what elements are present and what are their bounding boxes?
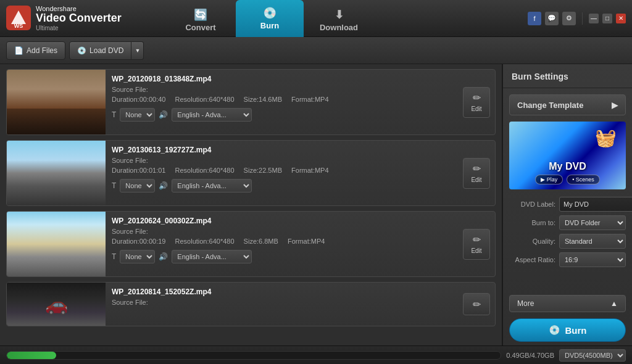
edit-button-3[interactable]: ✏ Edit	[463, 229, 490, 260]
minimize-button[interactable]: —	[589, 14, 599, 23]
edit-button-1[interactable]: ✏ Edit	[463, 87, 490, 118]
file-item: WP_20120918_013848Z.mp4 Source File: Dur…	[6, 69, 496, 135]
edit-icon-1: ✏	[473, 92, 481, 104]
file-info-4: WP_20120814_152052Z.mp4 Source File:	[106, 283, 458, 326]
download-icon: ⬇	[335, 8, 344, 22]
file-list-area: WP_20120918_013848Z.mp4 Source File: Dur…	[0, 64, 502, 345]
burn-to-row: Burn to: DVD Folder ISO File DVD Disc	[509, 215, 626, 230]
file-info-3: WP_20120624_000302Z.mp4 Source File: Dur…	[106, 212, 458, 276]
storage-info: 0.49GB/4.70GB	[506, 352, 554, 359]
dvd-type-select[interactable]: DVD5(4500MB) DVD9(8500MB)	[559, 349, 626, 362]
svg-text:WS: WS	[14, 23, 23, 29]
aspect-ratio-row: Aspect Ratio: 16:9 4:3	[509, 252, 626, 267]
file-item-3: WP_20120624_000302Z.mp4 Source File: Dur…	[6, 211, 496, 277]
file-details-3: Duration:00:00:19 Resolution:640*480 Siz…	[112, 238, 452, 245]
change-template-button[interactable]: Change Template ▶	[509, 94, 626, 115]
file-name-1: WP_20120918_013848Z.mp4	[112, 75, 452, 83]
file-source-3: Source File:	[112, 228, 452, 235]
edit-btn-area-1: ✏ Edit	[458, 70, 495, 134]
title-bar: WS Wondershare Video Converter Ultimate …	[0, 0, 632, 37]
logo-text: Wondershare Video Converter Ultimate	[36, 5, 122, 31]
file-thumbnail-2	[7, 141, 106, 205]
add-files-button[interactable]: 📄 Add Files	[6, 41, 65, 60]
dvd-label-input[interactable]	[559, 197, 632, 212]
file-thumbnail-1	[7, 70, 106, 134]
text-icon-1: T	[112, 110, 116, 119]
dvd-label-label: DVD Label:	[509, 201, 555, 208]
edit-btn-area-2: ✏ Edit	[458, 141, 495, 205]
edit-icon-2: ✏	[473, 163, 481, 175]
dvd-preview-controls: ▶ Play • Scenes	[509, 175, 626, 184]
edit-icon-4: ✏	[473, 299, 481, 310]
right-panel: Burn Settings Change Template ▶ 🧺 My DVD…	[502, 64, 632, 345]
dvd-play-button[interactable]: ▶ Play	[535, 175, 563, 184]
quality-row: Quality: Standard High Low	[509, 234, 626, 249]
file-source-4: Source File:	[112, 299, 452, 306]
load-dvd-button[interactable]: 💿 Load DVD	[69, 41, 131, 60]
burn-button[interactable]: 💿 Burn	[509, 318, 626, 342]
quality-select[interactable]: Standard High Low	[559, 234, 626, 249]
tab-convert[interactable]: 🔄 Convert	[167, 4, 235, 37]
file-list-scroll[interactable]: WP_20120918_013848Z.mp4 Source File: Dur…	[0, 64, 502, 345]
convert-icon: 🔄	[194, 8, 207, 22]
file-info-1: WP_20120918_013848Z.mp4 Source File: Dur…	[106, 70, 458, 134]
quality-label: Quality:	[509, 238, 555, 245]
settings-social-icon[interactable]: ⚙	[562, 12, 576, 25]
toolbar: 📄 Add Files 💿 Load DVD ▼	[0, 37, 632, 64]
progress-bar-fill	[7, 352, 56, 359]
file-details-2: Duration:00:01:01 Resolution:640*480 Siz…	[112, 167, 452, 174]
app-logo-icon: WS	[6, 6, 31, 30]
edit-button-2[interactable]: ✏ Edit	[463, 158, 490, 189]
dvd-label-row: DVD Label:	[509, 197, 626, 212]
text-dropdown-1[interactable]: None	[120, 108, 155, 122]
file-thumbnail-4	[7, 283, 106, 326]
audio-dropdown-1[interactable]: English - Adva...	[172, 108, 252, 122]
file-controls-2: T None 🔊 English - Adva...	[112, 179, 452, 192]
main-area: WP_20120918_013848Z.mp4 Source File: Dur…	[0, 64, 632, 345]
dvd-scenes-button[interactable]: • Scenes	[567, 175, 600, 184]
burn-to-label: Burn to:	[509, 219, 555, 226]
edit-icon-3: ✏	[473, 234, 481, 246]
add-files-icon: 📄	[14, 46, 23, 55]
settings-form: DVD Label: Burn to: DVD Folder ISO File …	[503, 192, 632, 272]
file-name-4: WP_20120814_152052Z.mp4	[112, 287, 452, 296]
bottom-bar: 0.49GB/4.70GB DVD5(4500MB) DVD9(8500MB)	[0, 345, 632, 364]
edit-btn-area-4: ✏	[458, 283, 495, 326]
burn-icon: 💿	[263, 6, 276, 20]
audio-dropdown-2[interactable]: English - Adva...	[172, 179, 252, 192]
file-source-2: Source File:	[112, 157, 452, 164]
edit-button-4[interactable]: ✏	[463, 293, 490, 315]
dvd-title-preview: My DVD	[509, 161, 626, 172]
facebook-icon[interactable]: f	[528, 12, 541, 25]
file-item-4: WP_20120814_152052Z.mp4 Source File: ✏	[6, 282, 496, 326]
more-button[interactable]: More ▲	[509, 295, 626, 312]
audio-dropdown-3[interactable]: English - Adva...	[172, 250, 252, 263]
aspect-ratio-label: Aspect Ratio:	[509, 256, 555, 263]
burn-disc-icon: 💿	[549, 325, 560, 336]
dvd-icon: 💿	[77, 46, 86, 55]
audio-icon-2: 🔊	[159, 181, 168, 190]
text-icon-2: T	[112, 181, 116, 190]
load-dvd-dropdown[interactable]: ▼	[131, 41, 144, 60]
chat-icon[interactable]: 💬	[545, 12, 559, 25]
file-details-1: Duration:00:00:40 Resolution:640*480 Siz…	[112, 96, 452, 103]
tab-burn[interactable]: 💿 Burn	[236, 0, 304, 37]
file-controls-3: T None 🔊 English - Adva...	[112, 250, 452, 263]
dvd-preview: 🧺 My DVD ▶ Play • Scenes	[509, 122, 626, 189]
close-button[interactable]: ✕	[616, 14, 626, 23]
product-label: Video Converter	[36, 12, 122, 25]
maximize-button[interactable]: □	[602, 14, 612, 23]
text-dropdown-3[interactable]: None	[120, 250, 155, 263]
dvd-art: 🧺	[595, 128, 617, 148]
panel-title: Burn Settings	[503, 64, 632, 88]
chevron-right-icon: ▶	[612, 101, 618, 110]
progress-bar-container	[6, 351, 501, 360]
file-info-2: WP_20130613_192727Z.mp4 Source File: Dur…	[106, 141, 458, 205]
burn-to-select[interactable]: DVD Folder ISO File DVD Disc	[559, 215, 626, 230]
audio-icon-3: 🔊	[159, 252, 168, 261]
tab-download[interactable]: ⬇ Download	[305, 4, 373, 37]
edit-btn-area-3: ✏ Edit	[458, 212, 495, 276]
text-dropdown-2[interactable]: None	[120, 179, 155, 192]
file-source-1: Source File:	[112, 86, 452, 93]
aspect-ratio-select[interactable]: 16:9 4:3	[559, 252, 626, 267]
